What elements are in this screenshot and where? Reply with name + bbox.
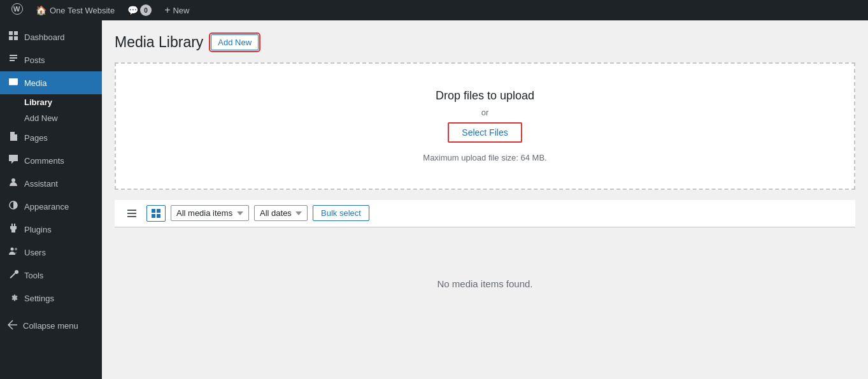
comment-count: 0 (140, 4, 152, 16)
add-new-button[interactable]: Add New (211, 34, 259, 50)
media-content-wrapper: All media items Images Audio Video Docum… (115, 200, 855, 340)
sidebar-item-assistant[interactable]: Assistant (0, 172, 102, 195)
wp-logo-icon: W (11, 3, 23, 18)
sidebar-item-plugins-label: Plugins (24, 225, 52, 234)
sidebar-item-users-label: Users (24, 248, 46, 257)
page-header: Media Library Add New (115, 33, 855, 52)
users-icon (8, 246, 19, 259)
svg-rect-20 (157, 214, 160, 218)
svg-text:W: W (13, 5, 20, 13)
sidebar-item-appearance[interactable]: Appearance (0, 195, 102, 218)
svg-rect-14 (127, 210, 136, 211)
sidebar-item-comments-label: Comments (24, 156, 64, 166)
svg-point-12 (11, 248, 14, 251)
sidebar-item-posts[interactable]: Posts (0, 48, 102, 71)
new-item[interactable]: + New (158, 0, 196, 20)
sidebar-item-pages-label: Pages (24, 133, 48, 143)
plugins-icon (8, 223, 19, 236)
svg-rect-10 (11, 224, 13, 226)
or-text: or (481, 108, 489, 117)
sidebar-item-dashboard[interactable]: Dashboard (0, 25, 102, 48)
svg-rect-17 (152, 209, 155, 213)
sidebar-item-settings[interactable]: Settings (0, 287, 102, 310)
sidebar: Dashboard Posts Media Library Add New (0, 20, 102, 379)
plus-icon: + (164, 4, 170, 16)
sidebar-item-media-label: Media (24, 78, 46, 88)
list-view-button[interactable] (122, 205, 141, 222)
media-toolbar: All media items Images Audio Video Docum… (115, 200, 855, 227)
date-filter[interactable]: All dates (254, 205, 308, 221)
comments-item[interactable]: 💬 0 (121, 0, 158, 20)
sidebar-submenu-add-new[interactable]: Add New (24, 110, 102, 126)
sidebar-submenu-library[interactable]: Library (24, 94, 102, 110)
bulk-select-button[interactable]: Bulk select (313, 205, 369, 221)
comment-icon: 💬 (127, 5, 138, 15)
svg-rect-18 (157, 209, 160, 213)
list-view-icon (127, 208, 137, 218)
new-label: New (173, 6, 189, 15)
home-icon: 🏠 (36, 5, 46, 15)
collapse-menu[interactable]: Collapse menu (0, 315, 102, 337)
sidebar-item-tools-label: Tools (24, 271, 43, 280)
svg-rect-3 (14, 31, 18, 35)
sidebar-item-posts-label: Posts (24, 55, 45, 65)
admin-bar: W 🏠 One Test Website 💬 0 + New (0, 0, 868, 20)
posts-icon (8, 54, 19, 66)
tools-icon (8, 269, 19, 282)
page-title: Media Library (115, 33, 203, 52)
collapse-label: Collapse menu (23, 321, 78, 331)
sidebar-item-users[interactable]: Users (0, 241, 102, 264)
drop-files-text: Drop files to upload (436, 89, 534, 103)
svg-rect-15 (127, 213, 136, 214)
add-new-submenu-label: Add New (24, 113, 58, 123)
collapse-icon (8, 320, 18, 332)
sidebar-item-tools[interactable]: Tools (0, 264, 102, 287)
no-items-text: No media items found. (437, 278, 532, 289)
select-files-button[interactable]: Select Files (448, 122, 522, 143)
svg-point-8 (11, 178, 15, 182)
main-layout: Dashboard Posts Media Library Add New (0, 20, 868, 379)
grid-view-icon (151, 208, 161, 218)
content-area: Media Library Add New Drop files to uplo… (102, 20, 868, 379)
sidebar-item-pages[interactable]: Pages (0, 126, 102, 149)
media-icon (8, 76, 19, 89)
svg-rect-11 (14, 224, 15, 226)
upload-dropzone[interactable]: Drop files to upload or Select Files Max… (115, 62, 855, 190)
media-type-filter[interactable]: All media items Images Audio Video Docum… (171, 205, 249, 221)
sidebar-item-settings-label: Settings (24, 294, 54, 303)
sidebar-item-plugins[interactable]: Plugins (0, 218, 102, 241)
max-upload-size: Maximum upload file size: 64 MB. (423, 153, 546, 162)
svg-point-13 (15, 248, 17, 250)
sidebar-item-assistant-label: Assistant (24, 179, 58, 189)
wp-logo-item[interactable]: W (5, 0, 29, 20)
appearance-icon (8, 200, 19, 213)
dashboard-icon (8, 31, 19, 43)
sidebar-submenu-media: Library Add New (0, 94, 102, 126)
library-label: Library (24, 97, 52, 107)
svg-rect-16 (127, 216, 136, 217)
comments-icon (8, 154, 19, 167)
grid-view-button[interactable] (146, 205, 166, 222)
sidebar-item-appearance-label: Appearance (24, 202, 69, 211)
site-name-label: One Test Website (50, 6, 115, 15)
sidebar-item-media[interactable]: Media (0, 71, 102, 94)
svg-rect-19 (152, 214, 155, 218)
no-items-message: No media items found. (115, 227, 855, 340)
svg-rect-5 (14, 36, 18, 40)
sidebar-item-dashboard-label: Dashboard (24, 32, 65, 42)
settings-icon (8, 292, 19, 304)
svg-rect-4 (9, 36, 13, 40)
svg-rect-2 (9, 31, 13, 35)
pages-icon (8, 131, 19, 144)
assistant-icon (8, 177, 19, 190)
sidebar-item-comments[interactable]: Comments (0, 149, 102, 172)
site-name-item[interactable]: 🏠 One Test Website (29, 0, 121, 20)
